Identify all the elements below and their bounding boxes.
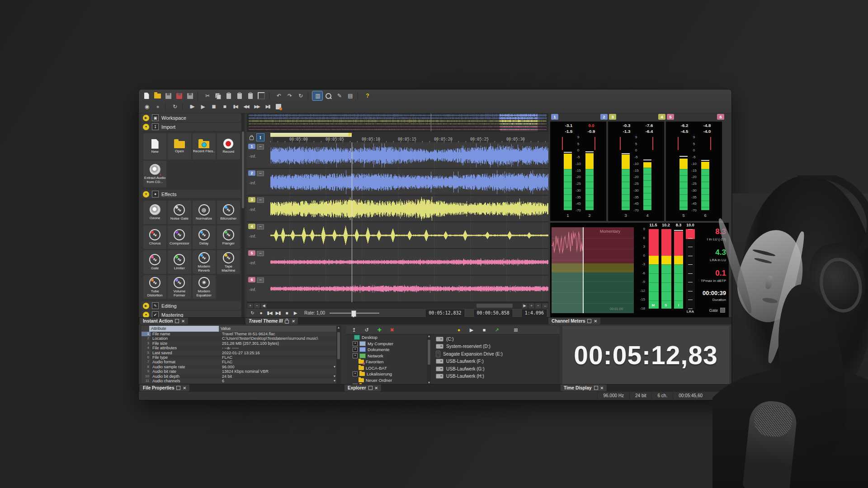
- file-overview-canvas[interactable]: [247, 113, 548, 131]
- stop-button[interactable]: ■: [480, 327, 488, 333]
- delete-button[interactable]: ✖: [388, 327, 396, 333]
- selection-bar[interactable]: [270, 133, 352, 137]
- tree-item-network[interactable]: +Network: [346, 353, 427, 359]
- record-standby-button[interactable]: ●: [152, 102, 162, 111]
- tile-record[interactable]: Record: [217, 133, 240, 160]
- render-document-button[interactable]: ✎: [334, 91, 344, 100]
- tile-ozone[interactable]: Ozone: [143, 201, 166, 224]
- revert-button[interactable]: ↻: [295, 91, 305, 100]
- expander-icon[interactable]: ▶: [143, 115, 149, 121]
- time-position-box[interactable]: 00:05:12,832: [426, 310, 464, 317]
- file-property-row[interactable]: 7Audio formatFLAC: [142, 360, 341, 364]
- tile-tape-machine[interactable]: ∿Tape Machine: [217, 250, 240, 274]
- tile-volume-former[interactable]: ∿Volume Former: [168, 275, 191, 299]
- track-collapse-button[interactable]: –: [257, 197, 264, 203]
- tree-expander-icon[interactable]: +: [353, 371, 358, 376]
- monitor-playback-button[interactable]: ◉: [142, 102, 151, 111]
- attribute-header[interactable]: Attribute: [149, 326, 219, 332]
- loudness-history-graph[interactable]: [552, 227, 634, 313]
- dropdown-arrow-icon[interactable]: ▾: [334, 374, 335, 379]
- tree-expander-icon[interactable]: +: [353, 341, 358, 346]
- tile-normalize[interactable]: ◎Normalize: [193, 201, 216, 224]
- new-file-button[interactable]: [142, 91, 151, 100]
- cut-button[interactable]: ✂: [202, 91, 212, 100]
- close-icon[interactable]: ✕: [181, 319, 185, 324]
- maximize-icon[interactable]: [594, 386, 598, 390]
- drive-item-system-reserviert-d-[interactable]: System-reserviert (D:): [432, 343, 560, 351]
- file-property-row[interactable]: 3File size251,28 MB (257.301.100 bytes): [142, 341, 341, 346]
- close-icon[interactable]: ✕: [600, 386, 604, 390]
- go-to-start-button[interactable]: ▮◀: [230, 102, 240, 111]
- close-icon[interactable]: ✕: [375, 386, 378, 390]
- dropdown-arrow-icon[interactable]: ▾: [334, 379, 335, 383]
- drive-item-usb-laufwerk-g-[interactable]: USB-Laufwerk (G:): [432, 365, 560, 373]
- record-button[interactable]: ●: [257, 310, 264, 316]
- tab-explorer[interactable]: Explorer✕: [344, 385, 381, 391]
- tab-time-display[interactable]: Time Display✕: [561, 385, 607, 391]
- drop-marker-button[interactable]: [274, 102, 283, 111]
- maximize-icon[interactable]: [175, 319, 179, 323]
- play-button[interactable]: ▶: [292, 310, 299, 316]
- file-property-row[interactable]: 6File typeFLAC: [142, 355, 341, 360]
- text-cursor-tool-icon[interactable]: I: [257, 134, 264, 141]
- tree-item-desktop[interactable]: Desktop: [346, 334, 427, 341]
- tile-modern-reverb[interactable]: ∿Modern Reverb: [193, 250, 216, 274]
- tile-limiter[interactable]: ∿Limiter: [168, 250, 191, 274]
- go-previous-marker-button[interactable]: ▮◀: [266, 310, 273, 316]
- section-header-import[interactable]: ▼↧Import: [142, 122, 241, 131]
- value-header[interactable]: Value: [219, 326, 341, 332]
- help-button[interactable]: ?: [362, 91, 372, 100]
- crop-button[interactable]: [256, 91, 266, 100]
- instant-action-scrollbar[interactable]: [241, 113, 245, 317]
- redo-button[interactable]: ↷: [284, 91, 294, 100]
- tile-delay[interactable]: ∿Delay: [193, 225, 216, 249]
- close-icon[interactable]: ✕: [594, 319, 597, 324]
- file-property-row[interactable]: 10Audio bit depth24 bit▾: [142, 374, 341, 379]
- drive-item-seagate-expansion-drive-e-[interactable]: Seagate Expansion Drive (E:): [432, 350, 560, 358]
- focus-mode-button[interactable]: ▥: [312, 91, 322, 100]
- loop-playback-button[interactable]: ↻: [249, 310, 256, 316]
- zoom-ratio-box[interactable]: 1:4.096: [522, 310, 547, 317]
- close-icon[interactable]: ✕: [291, 319, 295, 324]
- tile-modern-equalizer[interactable]: ✳Modern Equalizer: [193, 275, 216, 299]
- maximize-icon[interactable]: [176, 386, 180, 390]
- horizontal-zoom-scrollbar[interactable]: + − ◀ ▶ + − ↔: [247, 302, 548, 309]
- play-from-start-button[interactable]: ▮▶: [187, 102, 197, 111]
- scrollbar-thumb[interactable]: [476, 304, 513, 308]
- go-to-end-button[interactable]: ▶▮: [263, 102, 273, 111]
- tile-gate[interactable]: ∿Gate: [143, 250, 166, 274]
- view-grid-button[interactable]: ⊞: [512, 327, 520, 333]
- file-properties-scrollbar[interactable]: ▲: [336, 326, 341, 384]
- tile-chorus[interactable]: ∿Chorus: [143, 225, 166, 249]
- tile-compressor[interactable]: ∿Compressor: [168, 225, 191, 249]
- new-folder-button[interactable]: ✚: [375, 327, 383, 333]
- tile-tube-distortion[interactable]: ∿Tube Distortion: [143, 275, 166, 299]
- section-header-effects[interactable]: ▼✦Effects: [142, 190, 241, 199]
- expander-icon[interactable]: ▶: [143, 303, 149, 309]
- drive-item-usb-laufwerk-f-[interactable]: USB-Laufwerk (F:): [432, 358, 560, 366]
- section-header-mastering[interactable]: ▼✔Mastering: [142, 310, 241, 317]
- tile-extract-audio-from-cd-[interactable]: Extract Audio from CD...: [143, 161, 166, 187]
- save-file-button[interactable]: [163, 91, 173, 100]
- file-property-row[interactable]: 4File attributes- --a- -----: [142, 346, 341, 350]
- play-button[interactable]: ▶: [198, 102, 208, 111]
- close-icon[interactable]: ✕: [183, 386, 186, 390]
- channel-chip-4[interactable]: 4: [658, 114, 665, 120]
- save-as-button[interactable]: [174, 91, 184, 100]
- stop-button[interactable]: ■: [219, 102, 229, 111]
- section-header-workspace[interactable]: ▶▣Workspace: [142, 113, 241, 122]
- go-next-marker-button[interactable]: ▶▮: [274, 310, 282, 316]
- copy-button[interactable]: [213, 91, 223, 100]
- section-header-editing[interactable]: ▶✎Editing: [142, 301, 241, 310]
- channel-chip-6[interactable]: 6: [717, 114, 724, 120]
- auto-select-button[interactable]: ↗: [493, 327, 501, 333]
- timeline-ruler[interactable]: 00:05:0000:05:0500:05:1000:05:1500:05:20…: [270, 132, 548, 143]
- channel-chip-2[interactable]: 2: [600, 114, 608, 120]
- tree-item-loca-bat[interactable]: LOCA-BAT: [346, 365, 427, 371]
- expander-icon[interactable]: ▼: [143, 312, 149, 318]
- expander-icon[interactable]: ▼: [143, 124, 149, 130]
- file-property-row[interactable]: 8Audio sample rate96.000▾: [142, 365, 341, 369]
- tab-file-properties[interactable]: File Properties✕: [140, 385, 189, 391]
- time-selection-box[interactable]: 00:00:50,858: [474, 310, 512, 317]
- zoom-document-button[interactable]: [323, 91, 333, 100]
